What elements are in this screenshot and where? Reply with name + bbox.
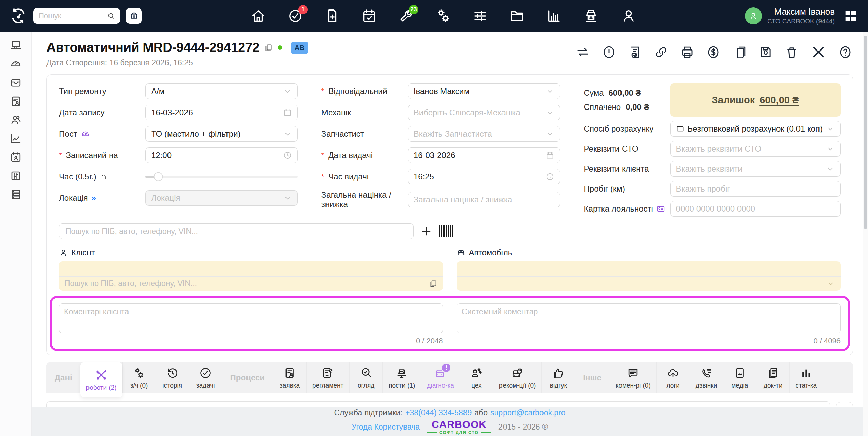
tab-workshop[interactable]: цех <box>460 362 493 393</box>
tab-documents[interactable]: док-ти <box>756 362 789 393</box>
print-icon[interactable] <box>680 45 694 59</box>
alert-icon[interactable] <box>602 45 616 59</box>
sidebar-orders-icon[interactable] <box>9 95 22 107</box>
user-avatar[interactable] <box>745 7 762 24</box>
home-icon[interactable] <box>251 8 266 24</box>
add-client-icon[interactable] <box>420 225 432 237</box>
duplicate-icon[interactable] <box>732 45 747 59</box>
auto-card-select-row[interactable] <box>457 276 841 291</box>
tab-comments[interactable]: комен-рі (0) <box>610 362 656 393</box>
apps-grid-icon[interactable] <box>843 8 859 24</box>
support-phone-link[interactable]: +38(044) 334-5889 <box>405 408 472 417</box>
client-requisites-select[interactable]: Вкажіть реквізити <box>670 161 841 177</box>
global-search-input[interactable] <box>38 11 104 21</box>
folder-icon[interactable] <box>509 8 525 24</box>
tab-recommendations[interactable]: реком-ції (0) <box>493 362 542 393</box>
app-logo-speedometer-icon[interactable] <box>9 7 27 25</box>
barcode-icon[interactable] <box>439 225 453 237</box>
auto-card-empty-row[interactable] <box>457 261 841 276</box>
tab-request[interactable]: заявка <box>273 362 306 393</box>
sidebar-dashboard-icon[interactable] <box>9 58 22 70</box>
tab-logs[interactable]: логи <box>656 362 690 393</box>
sidebar-schedule-icon[interactable] <box>9 151 22 163</box>
delete-icon[interactable] <box>785 45 799 59</box>
issue-time-input[interactable]: 16:25 <box>408 169 560 184</box>
tab-feedback[interactable]: відгук <box>541 362 575 393</box>
calendar-check-icon[interactable] <box>361 8 377 24</box>
request-doc-icon <box>283 366 296 379</box>
loyalty-card-input[interactable]: 0000 0000 0000 0000 <box>670 201 841 217</box>
settings-gears-icon[interactable] <box>435 8 451 24</box>
tab-diagnostics[interactable]: ! діагно-ка <box>421 362 460 393</box>
search-icon[interactable] <box>107 12 115 20</box>
client-comment-textarea[interactable] <box>59 303 443 333</box>
user-block[interactable]: Максим Іванов СТО CARBOOK (9444) <box>745 6 859 25</box>
user-agreement-link[interactable]: Угода Користувача <box>352 422 420 432</box>
client-search-icon[interactable] <box>620 8 636 24</box>
field-issue-time: *Час видачі 16:25 <box>321 169 560 184</box>
sidebar-inbox-icon[interactable] <box>9 76 22 89</box>
tab-group-data: Дані <box>46 362 80 393</box>
order-header: Автоматичний MRD-9444-2941272 АВ Дата Ст… <box>46 40 308 67</box>
transfer-icon[interactable] <box>576 45 590 59</box>
reports-chart-icon[interactable] <box>546 8 562 24</box>
tab-history[interactable]: історія <box>156 362 189 393</box>
parts-manager-select[interactable]: Вкажіть Запчастиста <box>408 126 560 142</box>
repair-type-select[interactable]: А/м <box>145 83 298 99</box>
sidebar-equalizer-icon[interactable] <box>9 170 22 182</box>
duration-slider[interactable] <box>145 169 298 184</box>
client-card-empty-row[interactable] <box>59 261 443 276</box>
cash-register-icon[interactable] <box>583 8 599 24</box>
sidebar-storage-icon[interactable] <box>9 188 22 201</box>
history-icon <box>166 366 179 379</box>
sidebar-analytics-icon[interactable] <box>9 132 22 145</box>
link-icon[interactable] <box>654 45 668 59</box>
mechanic-select[interactable]: Виберіть Слюсаря-Механіка <box>408 105 560 120</box>
tasks-icon[interactable]: 1 <box>288 8 303 24</box>
sidebar-clients-icon[interactable] <box>9 114 22 126</box>
bank-button[interactable] <box>126 8 142 24</box>
field-label: *Дата видачі <box>321 151 408 160</box>
orders-wrench-icon[interactable]: 23 <box>398 8 414 24</box>
scrollbar-thumb[interactable] <box>864 36 867 229</box>
tab-tasks[interactable]: задачі <box>189 362 222 393</box>
tab-calls[interactable]: дзвінки <box>690 362 723 393</box>
payment-icon[interactable] <box>706 45 721 59</box>
record-date-input[interactable]: 16-03-2026 <box>145 105 298 120</box>
help-icon[interactable] <box>838 45 852 59</box>
copy-title-icon[interactable] <box>264 43 273 52</box>
save-icon[interactable] <box>758 45 773 59</box>
sidebar-workstation-icon[interactable] <box>9 39 22 52</box>
slider-knob[interactable] <box>154 172 163 181</box>
client-comment-counter: 0 / 2048 <box>59 337 443 345</box>
mileage-input[interactable]: Вкажіть пробіг <box>670 181 841 197</box>
tab-regulation[interactable]: регламент <box>306 362 349 393</box>
client-quick-search-input[interactable] <box>65 226 408 236</box>
tab-parts[interactable]: з/ч (0) <box>122 362 156 393</box>
markup-input[interactable]: Загальна націнка / знижка <box>408 192 560 207</box>
location-chevrons-icon[interactable]: » <box>92 193 95 203</box>
new-document-icon[interactable] <box>324 8 340 24</box>
responsible-select[interactable]: Іванов Максим <box>408 83 560 99</box>
tab-statistics[interactable]: стат-ка <box>789 362 823 393</box>
issue-date-input[interactable]: 16-03-2026 <box>408 147 560 163</box>
tab-inspection[interactable]: огляд <box>349 362 382 393</box>
status-badge[interactable]: АВ <box>291 42 308 54</box>
post-select[interactable]: ТО (мастило + фільтри) <box>145 126 298 142</box>
tab-works[interactable]: роботи (2) <box>80 362 122 397</box>
main-nav: 1 23 <box>251 8 636 24</box>
support-email-link[interactable]: support@carbook.pro <box>490 408 566 417</box>
scheduled-time-input[interactable]: 12:00 <box>145 147 298 163</box>
client-card-search-row[interactable]: Пошук по ПІБ, авто, телефону, VIN... <box>59 276 443 291</box>
system-comment-textarea[interactable] <box>457 303 841 333</box>
tab-posts[interactable]: пости (1) <box>382 362 421 393</box>
tab-media[interactable]: медіа <box>723 362 756 393</box>
sto-requisites-select[interactable]: Вкажіть реквізити СТО <box>670 141 841 157</box>
document-check-icon[interactable] <box>628 45 642 59</box>
copy-icon[interactable] <box>429 279 438 288</box>
filters-sliders-icon[interactable] <box>472 8 488 24</box>
payment-method-select[interactable]: Безготівковий розрахунок (0.01 коп) <box>670 121 841 137</box>
balance-box[interactable]: Залишок 600,00 ₴ <box>670 83 841 117</box>
close-icon[interactable] <box>811 44 826 60</box>
scrollbar-track[interactable] <box>863 32 868 436</box>
